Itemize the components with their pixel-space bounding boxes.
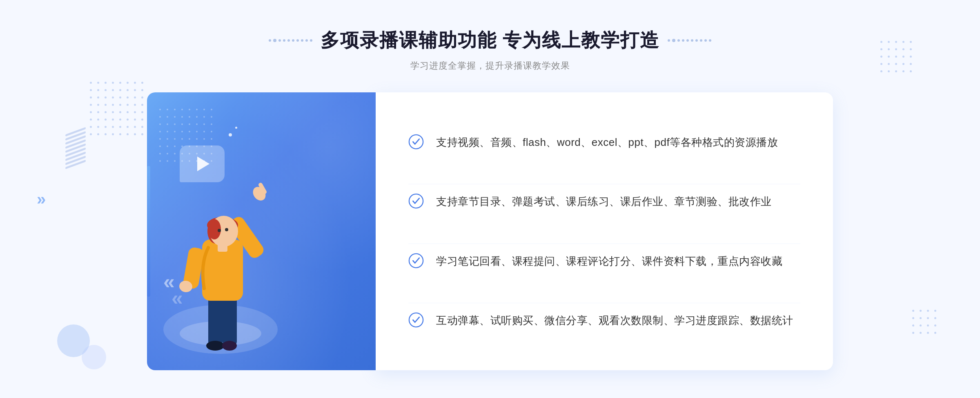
feature-item-4: 互动弹幕、试听购买、微信分享、观看次数限制、学习进度跟踪、数据统计 xyxy=(408,303,800,338)
svg-point-21 xyxy=(409,135,423,149)
svg-point-7 xyxy=(222,341,237,351)
check-icon-4 xyxy=(408,312,424,328)
feature-text-4: 互动弹幕、试听购买、微信分享、观看次数限制、学习进度跟踪、数据统计 xyxy=(436,311,793,329)
accent-bar xyxy=(147,166,150,297)
page-title: 多项录播课辅助功能 专为线上教学打造 xyxy=(321,28,660,53)
features-panel: 支持视频、音频、flash、word、excel、ppt、pdf等各种格式的资源… xyxy=(376,92,833,370)
svg-rect-4 xyxy=(208,297,223,346)
header-section: 多项录播课辅助功能 专为线上教学打造 学习进度全掌握，提升录播课教学效果 xyxy=(269,28,712,72)
dot-pattern-right2 xyxy=(912,310,939,337)
dot-pattern-right xyxy=(880,41,915,75)
dot-pattern-left: (function(){ const dp = document.querySe… xyxy=(90,82,146,138)
svg-rect-5 xyxy=(223,297,237,346)
check-icon-3 xyxy=(408,253,424,268)
feature-item-2: 支持章节目录、弹题考试、课后练习、课后作业、章节测验、批改作业 xyxy=(408,184,800,219)
page-subtitle: 学习进度全掌握，提升录播课教学效果 xyxy=(269,60,712,72)
chevron-left-deco: » xyxy=(37,190,46,208)
illustration-card: « « xyxy=(147,92,376,370)
deco-circle-light xyxy=(82,345,106,369)
svg-point-6 xyxy=(206,341,224,351)
svg-point-23 xyxy=(409,253,423,267)
feature-text-3: 学习笔记回看、课程提问、课程评论打分、课件资料下载，重点内容收藏 xyxy=(436,252,782,270)
svg-point-18 xyxy=(218,229,221,232)
svg-rect-20 xyxy=(218,244,227,252)
feature-text-2: 支持章节目录、弹题考试、课后练习、课后作业、章节测验、批改作业 xyxy=(436,192,772,210)
check-icon-1 xyxy=(408,134,424,150)
svg-point-22 xyxy=(409,194,423,208)
page-wrapper: (function(){ const dp = document.querySe… xyxy=(0,0,980,398)
svg-point-19 xyxy=(225,228,228,231)
check-icon-2 xyxy=(408,193,424,209)
svg-point-24 xyxy=(409,313,423,327)
header-deco-right xyxy=(668,39,711,42)
header-title-row: 多项录播课辅助功能 专为线上教学打造 xyxy=(269,28,712,53)
header-deco-left xyxy=(269,39,312,42)
deco-stripes xyxy=(65,127,86,171)
feature-item-3: 学习笔记回看、课程提问、课程评论打分、课件资料下载，重点内容收藏 xyxy=(408,244,800,278)
feature-text-1: 支持视频、音频、flash、word、excel、ppt、pdf等各种格式的资源… xyxy=(436,133,778,151)
feature-item-1: 支持视频、音频、flash、word、excel、ppt、pdf等各种格式的资源… xyxy=(408,125,800,159)
person-illustration: « « xyxy=(151,133,290,370)
main-content: « « xyxy=(147,92,833,370)
